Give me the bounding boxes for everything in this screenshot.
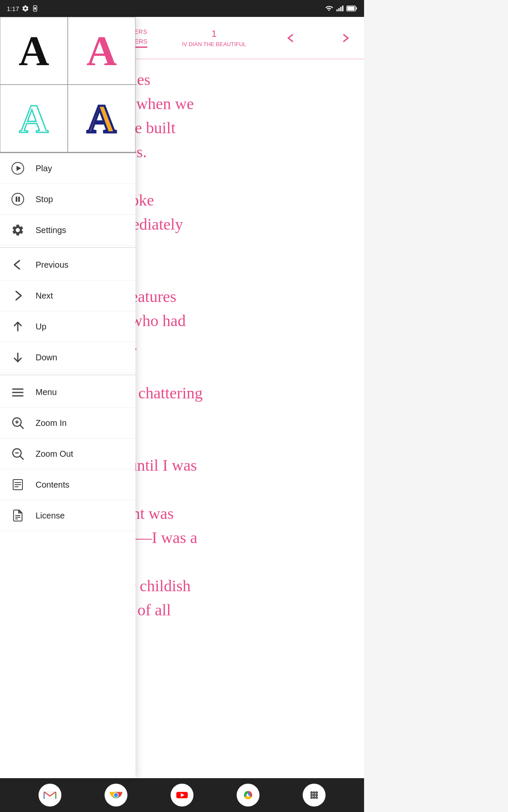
sidebar-item-license[interactable]: License	[0, 500, 135, 531]
sidebar-item-down[interactable]: Down	[0, 342, 135, 373]
svg-rect-4	[340, 7, 342, 11]
font-option-teal[interactable]: A	[0, 85, 68, 152]
status-bar: 1:17	[0, 0, 364, 17]
svg-line-27	[20, 456, 23, 459]
font-letter-a-black: A	[19, 27, 49, 75]
zoom-in-label: Zoom In	[36, 418, 66, 428]
sidebar-item-stop[interactable]: Stop	[0, 184, 135, 215]
sidebar-item-play[interactable]: Play	[0, 153, 135, 184]
sidebar-item-up[interactable]: Up	[0, 311, 135, 342]
next-label: Next	[36, 291, 53, 301]
divider-1	[0, 247, 135, 248]
time-display: 1:17	[7, 5, 19, 12]
battery-icon	[346, 5, 357, 12]
next-chapter-label: IV DIAN THE BEAUTIFUL	[182, 41, 246, 47]
font-grid: A A A A	[0, 17, 135, 153]
svg-line-24	[20, 425, 23, 428]
svg-rect-3	[338, 8, 340, 11]
font-option-pink[interactable]: A	[68, 17, 135, 85]
zoom-in-icon	[10, 415, 25, 431]
photos-app-icon[interactable]	[237, 784, 260, 807]
contents-icon	[10, 477, 25, 492]
font-letter-a-blue: A	[87, 95, 116, 142]
sidebar-item-zoom-out[interactable]: Zoom Out	[0, 439, 135, 469]
license-label: License	[36, 511, 65, 521]
svg-rect-7	[348, 7, 355, 11]
wifi-icon	[324, 5, 334, 12]
forward-reader-button[interactable]	[335, 28, 356, 48]
divider-2	[0, 375, 135, 375]
apps-launcher-icon[interactable]	[303, 784, 326, 807]
settings-label: Settings	[36, 225, 66, 235]
svg-point-55	[315, 794, 318, 796]
sidebar-item-menu[interactable]: Menu	[0, 377, 135, 408]
up-label: Up	[36, 322, 47, 332]
svg-marker-12	[17, 166, 21, 171]
sidebar-item-zoom-in[interactable]: Zoom In	[0, 408, 135, 439]
svg-rect-1	[34, 7, 36, 9]
svg-point-51	[313, 791, 315, 794]
chrome-app-icon[interactable]	[105, 784, 127, 807]
svg-rect-14	[16, 197, 17, 202]
page-number: 1	[212, 28, 217, 39]
svg-rect-5	[342, 5, 343, 11]
font-option-black[interactable]: A	[0, 17, 68, 85]
zoom-out-label: Zoom Out	[36, 449, 73, 459]
svg-point-13	[12, 193, 24, 205]
down-label: Down	[36, 353, 57, 362]
svg-point-54	[313, 794, 315, 796]
settings-status-icon	[22, 5, 29, 12]
svg-point-57	[313, 796, 315, 799]
sidebar-item-next[interactable]: Next	[0, 280, 135, 311]
youtube-app-icon[interactable]	[171, 784, 193, 807]
play-icon	[10, 161, 25, 176]
stop-label: Stop	[36, 195, 53, 204]
font-option-blue-outlined[interactable]: A	[68, 85, 135, 152]
signal-icon	[336, 5, 344, 12]
arrow-right-icon	[10, 288, 25, 303]
bottom-bar	[0, 778, 364, 812]
sim-icon	[32, 5, 39, 12]
sidebar-item-previous[interactable]: Previous	[0, 250, 135, 280]
svg-point-43	[114, 793, 118, 797]
svg-point-56	[310, 796, 313, 799]
arrow-up-icon	[10, 319, 25, 334]
arrow-down-icon	[10, 350, 25, 365]
play-label: Play	[36, 164, 52, 173]
font-letter-a-pink: A	[86, 27, 117, 75]
svg-rect-8	[356, 7, 357, 10]
font-letter-a-teal: A	[19, 95, 48, 142]
sidebar-item-settings[interactable]: Settings	[0, 215, 135, 246]
zoom-out-icon	[10, 446, 25, 461]
svg-point-50	[310, 791, 313, 794]
menu-label: Menu	[36, 387, 57, 397]
main-area: I A CHANGE OF MASTERS III A CHANGE OF MA…	[0, 17, 364, 778]
arrow-left-icon	[10, 257, 25, 272]
svg-point-58	[315, 796, 318, 799]
sidebar-item-contents[interactable]: Contents	[0, 469, 135, 500]
settings-icon	[10, 222, 25, 238]
sidebar-menu: Play Stop	[0, 153, 135, 778]
menu-icon	[10, 384, 25, 400]
pause-icon	[10, 192, 25, 207]
sidebar: A A A A Play	[0, 17, 135, 778]
back-reader-button[interactable]	[281, 28, 301, 48]
license-icon	[10, 508, 25, 523]
svg-rect-15	[18, 197, 20, 202]
previous-label: Previous	[36, 260, 69, 270]
contents-label: Contents	[36, 480, 69, 490]
svg-point-53	[310, 794, 313, 796]
gmail-app-icon[interactable]	[39, 784, 61, 807]
svg-point-52	[315, 791, 318, 794]
svg-rect-2	[337, 9, 338, 11]
